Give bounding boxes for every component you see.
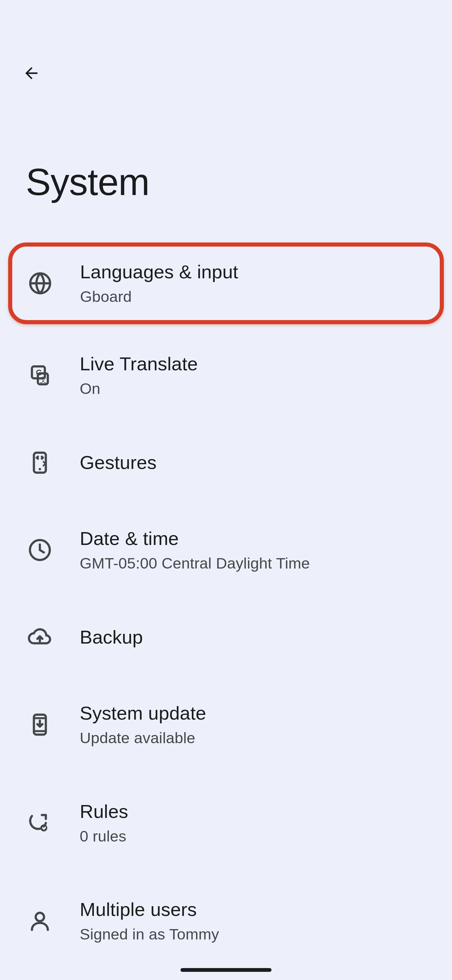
rules-icon [27,810,53,836]
item-title: Multiple users [80,897,436,922]
settings-list: Languages & input Gboard G 文 Live Transl… [0,242,452,980]
list-item-date-time[interactable]: Date & time GMT-05:00 Central Daylight T… [0,510,452,590]
system-update-icon [27,712,53,738]
item-title: System update [80,701,436,725]
arrow-back-icon [22,64,41,82]
list-item-multiple-users[interactable]: Multiple users Signed in as Tommy [0,881,452,961]
list-item-developer-options[interactable]: Developer options [0,972,452,980]
item-subtitle: Gboard [80,286,432,307]
item-text: Date & time GMT-05:00 Central Daylight T… [80,527,436,574]
item-subtitle: 0 rules [80,826,436,846]
navigation-handle[interactable] [181,968,271,972]
item-text: Backup [80,625,436,649]
item-subtitle: Update available [80,727,436,748]
svg-text:文: 文 [40,376,47,384]
list-item-backup[interactable]: Backup [0,608,452,667]
clock-icon [27,537,53,563]
item-title: Backup [80,625,436,649]
list-item-system-update[interactable]: System update Update available [0,685,452,765]
item-title: Gestures [80,450,436,475]
item-subtitle: Signed in as Tommy [80,924,436,945]
item-text: Languages & input Gboard [80,260,432,307]
svg-point-12 [36,913,44,921]
item-title: Date & time [80,527,436,551]
page-title: System [26,160,149,204]
item-text: Rules 0 rules [80,799,436,846]
person-icon [27,908,53,934]
list-item-live-translate[interactable]: G 文 Live Translate On [0,336,452,415]
item-text: Gestures [80,450,436,475]
cloud-upload-icon [27,624,53,650]
gestures-icon [27,450,53,476]
item-text: System update Update available [80,701,436,748]
list-item-rules[interactable]: Rules 0 rules [0,783,452,863]
list-item-gestures[interactable]: Gestures [0,433,452,492]
item-title: Languages & input [80,260,432,284]
list-item-languages-input[interactable]: Languages & input Gboard [8,242,444,324]
item-subtitle: On [80,378,436,399]
globe-icon [27,270,53,296]
translate-icon: G 文 [27,363,53,388]
item-subtitle: GMT-05:00 Central Daylight Time [80,553,436,574]
system-settings-screen: System Languages & input Gboard [0,0,452,980]
item-text: Live Translate On [80,352,436,399]
back-button[interactable] [19,61,43,85]
item-title: Rules [80,799,436,824]
item-text: Multiple users Signed in as Tommy [80,897,436,945]
svg-text:G: G [36,368,42,377]
svg-point-6 [39,468,41,471]
item-title: Live Translate [80,352,436,376]
